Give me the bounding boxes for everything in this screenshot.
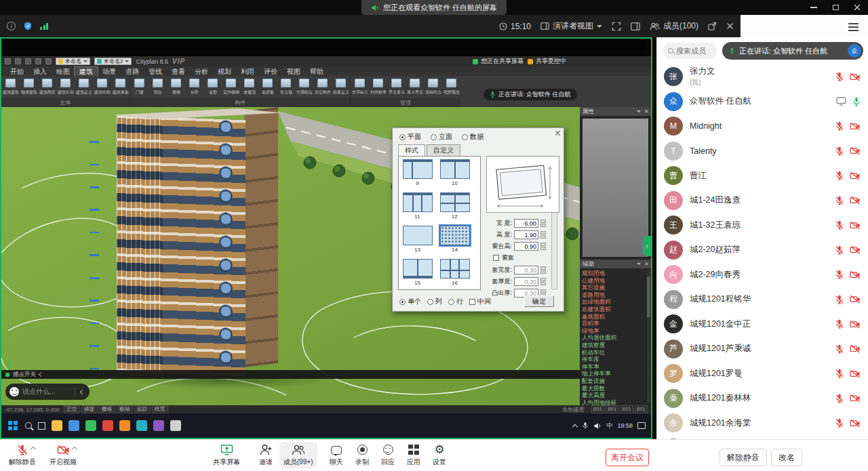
aux-list-item[interactable]: 道路用地 bbox=[582, 291, 646, 299]
document-selector[interactable]: 未命名 bbox=[56, 58, 90, 65]
cad-menu-item[interactable]: 帮助 bbox=[305, 67, 328, 76]
window-style-option[interactable]: 12 bbox=[436, 190, 473, 223]
aux-list-item[interactable]: 人均用地指标 bbox=[582, 399, 646, 405]
ribbon-button[interactable]: 强制闭合 bbox=[424, 76, 442, 98]
member-row[interactable]: M Midnight bbox=[657, 114, 868, 139]
start-video-button[interactable]: 开启视频 bbox=[43, 443, 83, 467]
mic-muted-icon[interactable] bbox=[835, 344, 844, 354]
aux-list-item[interactable]: 停车库 bbox=[582, 356, 646, 363]
share-screen-button[interactable]: 共享屏幕 bbox=[206, 443, 247, 467]
window-style-option[interactable]: 16 bbox=[436, 256, 473, 289]
ribbon-button[interactable]: 物体提取 bbox=[20, 76, 38, 98]
member-row[interactable]: 赵 城2-20赵茹萍 bbox=[657, 238, 868, 263]
camera-off-icon[interactable] bbox=[850, 146, 861, 155]
ribbon-button[interactable]: 文字标注 bbox=[351, 76, 369, 98]
status-toggle[interactable]: 捕捉 bbox=[81, 405, 98, 413]
camera-off-icon[interactable] bbox=[850, 419, 861, 428]
quick-tool-icon[interactable] bbox=[15, 58, 21, 64]
members-button[interactable]: 成员(99+) bbox=[279, 442, 317, 468]
aux-list-item[interactable]: 停车率 bbox=[582, 363, 646, 371]
view-type-radio[interactable]: 立面 bbox=[431, 132, 452, 142]
member-row[interactable]: 秦 城规1201秦林林 bbox=[657, 386, 868, 411]
cad-menu-item[interactable]: 建筑 bbox=[75, 67, 98, 76]
cad-menu-item[interactable]: 查看 bbox=[167, 67, 190, 76]
close-icon[interactable]: ✕ bbox=[644, 262, 648, 267]
task-view-icon[interactable] bbox=[38, 422, 45, 430]
windows-start-icon[interactable] bbox=[8, 421, 12, 425]
ribbon-button[interactable]: 老虎窗 bbox=[258, 76, 277, 98]
aux-list-item[interactable]: 最大高度 bbox=[582, 392, 646, 399]
camera-off-icon[interactable] bbox=[850, 344, 861, 353]
security-shield-icon[interactable] bbox=[24, 22, 32, 30]
ribbon-button[interactable]: 空调机位 bbox=[295, 76, 313, 98]
taskbar-app-icon[interactable] bbox=[68, 420, 79, 431]
member-row[interactable]: 田 城1-24田逸查 bbox=[657, 188, 868, 213]
fullscreen-icon[interactable] bbox=[612, 22, 621, 31]
maximize-button[interactable] bbox=[825, 0, 846, 15]
mic-muted-icon[interactable] bbox=[835, 394, 844, 403]
aux-list-item[interactable]: 公建用地 bbox=[582, 277, 646, 285]
view-type-radio[interactable]: 数据 bbox=[462, 132, 484, 142]
mic-muted-icon[interactable] bbox=[835, 171, 844, 180]
member-row[interactable]: 曹 曹江 bbox=[657, 163, 868, 188]
mic-muted-icon[interactable] bbox=[835, 270, 844, 279]
collapse-chat-icon[interactable] bbox=[79, 390, 85, 394]
field-input[interactable]: 1.90 bbox=[514, 230, 538, 239]
mic-muted-icon[interactable] bbox=[835, 72, 844, 81]
close-icon[interactable]: ✕ bbox=[644, 109, 648, 115]
taskbar-app-icon[interactable] bbox=[119, 420, 130, 431]
placement-mode-radio[interactable]: 单个 bbox=[399, 297, 421, 306]
ribbon-button[interactable]: 楼梯 bbox=[167, 76, 185, 98]
view-type-radio[interactable]: 平面 bbox=[399, 132, 421, 142]
mic-muted-icon[interactable] bbox=[835, 319, 844, 329]
member-row[interactable]: 程 城规1201程铭华 bbox=[657, 287, 868, 312]
cad-menu-item[interactable]: 开始 bbox=[5, 67, 28, 76]
apps-button[interactable]: 应用 bbox=[401, 443, 426, 467]
camera-off-icon[interactable] bbox=[850, 73, 861, 81]
aux-list-item[interactable]: 绿地率 bbox=[582, 327, 646, 335]
ribbon-button[interactable]: 建筑绘制 bbox=[93, 76, 111, 98]
ribbon-button[interactable]: 其它构件 bbox=[313, 76, 332, 98]
camera-off-icon[interactable] bbox=[850, 320, 861, 329]
aux-list-item[interactable]: 机动车位 bbox=[582, 349, 646, 356]
ribbon-button[interactable]: 封闭检查 bbox=[369, 76, 387, 98]
aux-list-item[interactable]: 其它设施 bbox=[582, 284, 646, 291]
camera-off-icon[interactable] bbox=[850, 221, 861, 230]
spinner-control[interactable] bbox=[540, 231, 546, 239]
window-style-option[interactable]: 15 bbox=[399, 256, 436, 289]
collapse-left-icon[interactable] bbox=[39, 372, 43, 377]
field-input[interactable]: 0.90 bbox=[514, 242, 538, 251]
ribbon-button[interactable]: 造型 bbox=[203, 76, 222, 98]
chevron-down-icon[interactable] bbox=[637, 110, 641, 115]
status-toggle[interactable]: 追踪 bbox=[134, 405, 151, 413]
panel-unmute-button[interactable]: 解除静音 bbox=[719, 449, 767, 466]
cad-menu-item[interactable]: 利用 bbox=[236, 67, 259, 76]
tray-speaker-icon[interactable] bbox=[593, 422, 601, 430]
cad-menu-item[interactable]: 管线 bbox=[144, 67, 167, 76]
taskbar-app-icon[interactable] bbox=[85, 420, 96, 431]
window-style-option[interactable]: 14 bbox=[436, 223, 473, 256]
ribbon-button[interactable]: 批量定义 bbox=[332, 76, 350, 98]
aux-list-item[interactable]: 规划用地 bbox=[582, 270, 646, 277]
window-style-option[interactable]: 9 bbox=[399, 157, 436, 190]
quick-tool-icon[interactable] bbox=[25, 58, 31, 64]
quick-tool-icon[interactable] bbox=[5, 58, 11, 64]
mic-muted-icon[interactable] bbox=[835, 121, 844, 131]
side-panel-layout-icon[interactable] bbox=[631, 22, 640, 30]
menu-hamburger-icon[interactable] bbox=[848, 23, 859, 24]
ribbon-button[interactable]: 开关显示 bbox=[387, 76, 406, 98]
scrollbar[interactable] bbox=[647, 270, 650, 403]
ribbon-button[interactable]: 台阶 bbox=[185, 76, 203, 98]
spinner-control[interactable] bbox=[540, 220, 546, 227]
meeting-info-icon[interactable]: i bbox=[7, 22, 16, 30]
taskbar-app-icon[interactable] bbox=[52, 420, 62, 431]
camera-off-icon[interactable] bbox=[850, 245, 861, 254]
mic-muted-icon[interactable] bbox=[835, 146, 844, 156]
spinner-control[interactable] bbox=[540, 243, 546, 250]
ribbon-button[interactable]: 阳台 bbox=[149, 76, 167, 98]
aux-list-item[interactable]: 总绿地面积 bbox=[582, 298, 646, 306]
aux-list-item[interactable]: 人均居住面积 bbox=[582, 334, 646, 342]
cad-menu-item[interactable]: 分析 bbox=[190, 67, 213, 76]
mic-muted-icon[interactable] bbox=[835, 295, 844, 304]
mic-muted-icon[interactable] bbox=[835, 196, 844, 205]
